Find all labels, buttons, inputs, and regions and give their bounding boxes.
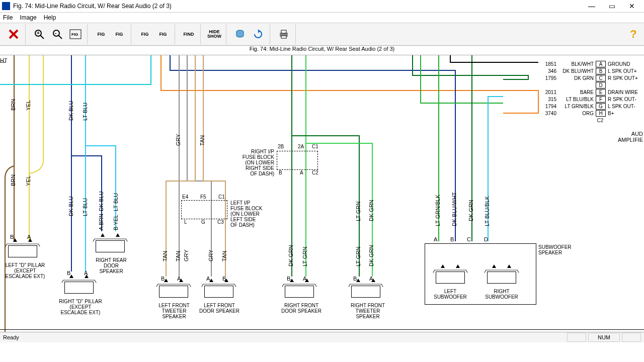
db-button[interactable] bbox=[231, 26, 249, 42]
wire-dkgrn: DK GRN bbox=[288, 245, 294, 266]
close-button[interactable]: ✕ bbox=[622, 0, 642, 12]
svg-rect-9 bbox=[281, 36, 286, 38]
diagram-subtitle: Fig. 74: Mid-Line Radio Circuit, W/ Rear… bbox=[0, 46, 644, 55]
label-ht: HT bbox=[0, 57, 8, 63]
wire-dkblu: DK BLU bbox=[68, 101, 74, 121]
wire-ltblu3: LT BLU bbox=[113, 193, 119, 211]
speaker-left-sub bbox=[432, 266, 468, 287]
zoom-out-button[interactable]: - bbox=[49, 26, 66, 42]
print-button[interactable] bbox=[275, 26, 292, 42]
title-bar: Fig. 74: Mid-Line Radio Circuit, W/ Rear… bbox=[0, 0, 644, 13]
fig-prev-button[interactable]: FIG bbox=[136, 26, 153, 42]
status-ready: Ready bbox=[3, 334, 19, 340]
refresh-button[interactable] bbox=[250, 26, 267, 42]
svg-text:+: + bbox=[37, 30, 40, 36]
window-title: Fig. 74: Mid-Line Radio Circuit, W/ Rear… bbox=[13, 3, 582, 10]
wire-tan: TAN bbox=[162, 251, 168, 261]
wire-tan2: TAN bbox=[175, 251, 181, 261]
svg-text:-: - bbox=[55, 30, 56, 36]
wire-ltgrn2b: LT GRN bbox=[355, 202, 361, 221]
pin-b7: B bbox=[450, 236, 454, 242]
wire-dkgrn2: DK GRN bbox=[368, 245, 374, 266]
fuse-left-label: LEFT I/P FUSE BLOCK (ON LOWER LEFT SIDE … bbox=[230, 200, 271, 228]
wire-dkblu3: DK BLU bbox=[98, 191, 104, 211]
wire-tan4: TAN bbox=[221, 251, 227, 261]
wire-dkgrn2b: DK GRN bbox=[368, 200, 374, 221]
wire-ltgrn2: LT GRN bbox=[355, 247, 361, 266]
diagram-bottom-rule bbox=[0, 329, 644, 330]
menu-image[interactable]: Image bbox=[20, 14, 36, 21]
fuse-block-left bbox=[181, 200, 227, 219]
wire-yel: YEL bbox=[25, 100, 31, 111]
close-x-button[interactable] bbox=[5, 26, 22, 42]
speaker-right-d-pillar bbox=[60, 277, 97, 297]
amp-module-label: AUD AMPLIFIE bbox=[618, 131, 643, 143]
wire-ltblu: LT BLU bbox=[82, 103, 88, 121]
find-button[interactable]: FIND bbox=[180, 26, 197, 42]
fig-cursor-button[interactable]: FIG bbox=[111, 26, 128, 42]
menu-help[interactable]: Help bbox=[44, 14, 56, 21]
status-num: NUM bbox=[588, 333, 620, 342]
speaker-left-front-door bbox=[200, 281, 236, 301]
wire-brn2: BRN bbox=[10, 174, 16, 186]
wire-ltblu2: LT BLU bbox=[82, 198, 88, 216]
help-button[interactable]: ? bbox=[625, 26, 642, 42]
fig-hand-button[interactable]: FIG bbox=[93, 26, 110, 42]
speaker-right-front-door bbox=[281, 281, 317, 301]
wire-ltblublk: LT BLU/BLK bbox=[484, 196, 490, 226]
pin-a7: A bbox=[434, 236, 437, 242]
wire-yel2: YEL bbox=[25, 175, 31, 186]
menu-file[interactable]: File bbox=[3, 14, 13, 21]
pin-byel: B YEL bbox=[113, 215, 119, 230]
fit-fig-button[interactable]: FIG bbox=[67, 26, 84, 42]
speaker-left-front-tweeter bbox=[155, 281, 191, 301]
wire-ltgrnblk: LT GRN/BLK bbox=[435, 195, 441, 226]
wire-gry: GRY bbox=[175, 134, 181, 146]
pin-d7: D bbox=[484, 236, 488, 242]
wire-gry2: GRY bbox=[183, 249, 189, 261]
fuse-block-right bbox=[277, 151, 318, 170]
fuse-right-label: RIGHT I/P FUSE BLOCK (ON LOWER RIGHT SID… bbox=[229, 149, 274, 176]
wire-dkblu2: DK BLU bbox=[68, 196, 74, 216]
pin-abrn: A BRN bbox=[98, 214, 104, 230]
pin-c7: C bbox=[467, 236, 471, 242]
toolbar: + - FIG FIG FIG FIG FIG FIND HIDESHOW ? bbox=[0, 23, 644, 46]
wire-tan3: TAN bbox=[199, 135, 205, 146]
hide-show-button[interactable]: HIDESHOW bbox=[206, 26, 223, 42]
menu-bar: File Image Help bbox=[0, 13, 644, 23]
status-bar: Ready NUM bbox=[0, 332, 644, 342]
wire-dkgrn3: DK GRN bbox=[468, 200, 474, 221]
speaker-right-sub bbox=[483, 266, 519, 287]
wire-brn: BRN bbox=[10, 99, 16, 111]
wire-ltgrn: LT GRN bbox=[302, 247, 308, 266]
speaker-right-front-tweeter bbox=[347, 281, 383, 301]
amplifier-connector-table: 1851BLK/WHTAGROUND 346DK BLU/WHTBL SPK O… bbox=[536, 60, 644, 124]
minimize-button[interactable]: — bbox=[582, 0, 602, 12]
maximize-button[interactable]: ▭ bbox=[602, 0, 622, 12]
wire-dkbluwht: DK BLU/WHT bbox=[451, 192, 457, 226]
wire-gry3: GRY bbox=[208, 249, 214, 261]
status-blank2 bbox=[622, 333, 641, 342]
svg-rect-8 bbox=[281, 30, 286, 33]
svg-text:FIG: FIG bbox=[71, 32, 78, 37]
status-blank bbox=[567, 333, 586, 342]
fig-next-button[interactable]: FIG bbox=[154, 26, 172, 42]
speaker-right-rear-door bbox=[92, 235, 128, 255]
speaker-left-d-pillar bbox=[4, 240, 40, 260]
app-icon bbox=[2, 2, 10, 10]
diagram-canvas[interactable]: HT BRN YEL DK BLU LT BLU BRN YEL DK BLU … bbox=[0, 55, 644, 332]
zoom-in-button[interactable]: + bbox=[31, 26, 48, 42]
